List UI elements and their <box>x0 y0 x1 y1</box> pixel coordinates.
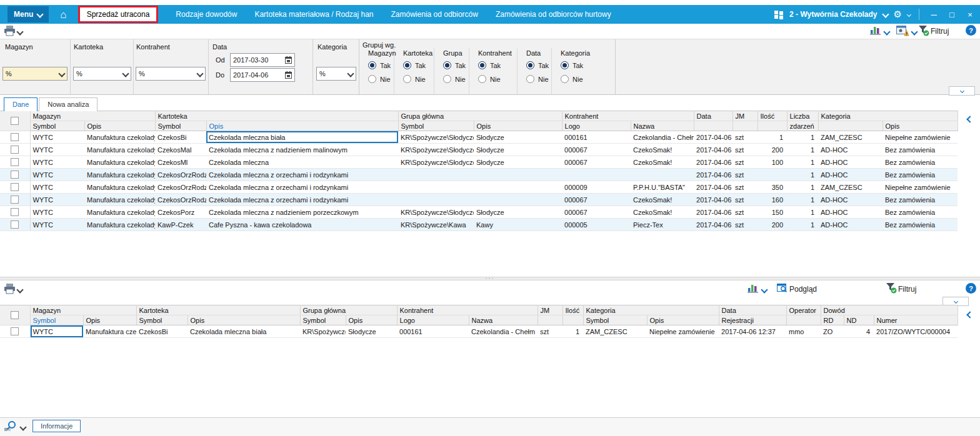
column-group-header[interactable]: JM <box>538 305 562 315</box>
cell[interactable]: 1 <box>562 325 583 338</box>
cell[interactable]: 350 <box>758 181 787 194</box>
column-header[interactable]: Opis <box>346 315 397 325</box>
cell[interactable]: AD-HOC <box>818 194 882 206</box>
cell[interactable]: Cafe Pyszna - kawa czekoladowa <box>206 219 398 231</box>
column-group-header[interactable]: Ilość <box>562 305 583 315</box>
cell[interactable]: Czekolada mleczna <box>206 156 398 169</box>
radio-icon[interactable] <box>443 61 451 69</box>
column-group-header[interactable]: JM <box>732 111 758 121</box>
cell[interactable]: 1 <box>758 131 787 144</box>
cell[interactable]: Piecz-Tex <box>631 219 694 231</box>
magazyn-filter-select[interactable]: % <box>2 67 68 81</box>
column-header[interactable]: Opis <box>647 315 719 325</box>
cell[interactable]: Czekolada mleczna z orzechami i rodzynka… <box>206 169 398 181</box>
cell[interactable]: 1 <box>787 169 818 181</box>
chevron-down-icon[interactable] <box>911 28 918 35</box>
cell[interactable]: KR\Spożywcze\Słodycze <box>398 131 474 144</box>
cell[interactable]: 2017-04-06 12:37 <box>719 325 786 338</box>
chevron-down-icon[interactable] <box>883 28 890 35</box>
cell[interactable]: Słodycze <box>474 206 562 219</box>
kontrahent-filter-select[interactable]: % <box>136 67 206 81</box>
cell[interactable]: Bez zamówienia <box>882 194 958 206</box>
cell[interactable] <box>758 169 787 181</box>
row-checkbox[interactable] <box>11 327 19 335</box>
cell[interactable]: Słodycze <box>346 325 397 338</box>
column-group-header[interactable]: Liczba <box>787 111 818 121</box>
filter-button[interactable]: Filtruj <box>898 285 916 294</box>
cell[interactable] <box>474 194 562 206</box>
column-header[interactable]: Nazwa <box>469 315 538 325</box>
cell[interactable]: Bez zamówienia <box>882 206 958 219</box>
cell[interactable]: 4 <box>844 325 874 338</box>
cell[interactable]: WYTC <box>30 156 84 169</box>
cell[interactable]: CzekosOrzRodz <box>155 181 206 194</box>
cell[interactable]: CzekoSmak! <box>631 156 694 169</box>
column-header[interactable]: Opis <box>188 315 300 325</box>
cell[interactable]: Bez zamówienia <box>882 219 958 231</box>
cell[interactable]: Niepełne zamówienie <box>882 181 958 194</box>
chevron-down-icon[interactable] <box>19 424 26 430</box>
chevron-down-icon[interactable] <box>16 286 23 293</box>
preview-icon[interactable] <box>777 284 788 293</box>
cell[interactable]: Czekolada mleczna biała <box>188 325 300 338</box>
chevron-down-icon[interactable] <box>761 286 768 293</box>
cell[interactable]: mmo <box>786 325 821 338</box>
titlebar-tab[interactable]: Sprzedaż utracona <box>78 6 159 23</box>
cell[interactable]: KawP-Czek <box>155 219 206 231</box>
filter-funnel-icon[interactable] <box>919 26 929 36</box>
radio-icon[interactable] <box>561 75 569 83</box>
cell[interactable]: 000067 <box>562 156 631 169</box>
column-group-header[interactable]: Kategoria <box>583 305 719 315</box>
column-group-header[interactable]: Kartoteka <box>155 111 398 121</box>
tab-dane[interactable]: Dane <box>4 97 38 111</box>
cell[interactable] <box>474 169 562 181</box>
date-from-input[interactable]: 2017-03-30 <box>230 53 295 67</box>
print-icon[interactable] <box>4 26 16 36</box>
column-group-header[interactable]: Grupa główna <box>300 305 397 315</box>
column-header[interactable]: Symbol <box>136 315 188 325</box>
table-row[interactable]: WYTCManufaktura czekoladyCzekosPorzCzeko… <box>0 206 958 219</box>
radio-tak[interactable]: Tak <box>403 61 434 69</box>
cell[interactable] <box>398 181 474 194</box>
row-checkbox[interactable] <box>11 158 19 166</box>
cell[interactable]: 000067 <box>562 144 631 156</box>
cell[interactable]: WYTC <box>30 194 84 206</box>
cell[interactable]: Niepełne zamówienie <box>647 325 719 338</box>
cell[interactable]: KR\Spożywcze\Słodycze <box>398 156 474 169</box>
cell[interactable]: szt <box>732 144 758 156</box>
print-icon[interactable] <box>4 284 16 294</box>
column-header[interactable] <box>758 121 787 131</box>
cell[interactable]: Bez zamówienia <box>882 156 958 169</box>
row-checkbox[interactable] <box>11 133 19 141</box>
column-group-header[interactable]: Magazyn <box>30 305 136 315</box>
cell[interactable]: 2017-04-06 <box>694 206 732 219</box>
cell[interactable]: szt <box>732 219 758 231</box>
cell[interactable]: WYTC <box>30 144 84 156</box>
help-icon[interactable]: ? <box>966 283 976 294</box>
column-header[interactable] <box>538 315 562 325</box>
cell[interactable]: ZO <box>821 325 844 338</box>
radio-icon[interactable] <box>368 75 376 83</box>
cell[interactable]: AD-HOC <box>818 206 882 219</box>
cell[interactable]: WYTC <box>30 169 84 181</box>
row-checkbox[interactable] <box>11 146 19 154</box>
cell[interactable]: Manufaktura czekolady <box>84 131 155 144</box>
column-header[interactable]: Symbol <box>583 315 647 325</box>
cell[interactable]: AD-HOC <box>818 156 882 169</box>
radio-icon[interactable] <box>368 61 376 69</box>
cell[interactable]: CzekosOrzRodz <box>155 169 206 181</box>
cell[interactable]: 1 <box>787 206 818 219</box>
cell[interactable] <box>398 169 474 181</box>
cell[interactable]: Niepełne zamówienie <box>882 131 958 144</box>
column-group-header[interactable]: Magazyn <box>30 111 155 121</box>
table-row[interactable]: WYTCManufaktura czekoladyCzekosMalCzekol… <box>0 144 958 156</box>
cell[interactable]: WYTC <box>30 131 84 144</box>
cell[interactable]: 1 <box>787 156 818 169</box>
calendar-icon[interactable] <box>285 71 292 79</box>
window-warning-icon[interactable] <box>896 26 909 36</box>
column-header[interactable]: RD <box>821 315 844 325</box>
cell[interactable]: 2017-04-06 <box>694 131 732 144</box>
cell[interactable]: CzekoSmak! <box>631 206 694 219</box>
collapse-panel-left-icon[interactable] <box>966 311 973 318</box>
cell[interactable]: Czekolada mleczna z orzechami i rodzynka… <box>206 181 398 194</box>
